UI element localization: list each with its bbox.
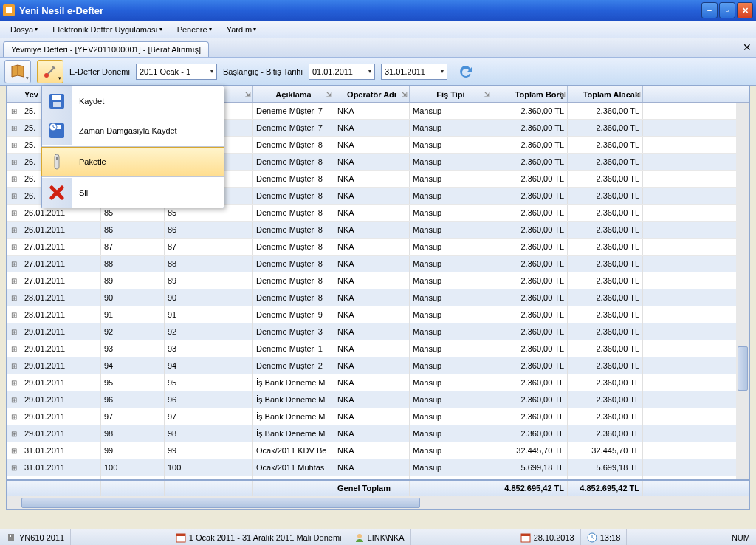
cell-alacak: 2.360,00 TL xyxy=(568,171,643,187)
cell-n: 93 xyxy=(101,340,165,357)
minimize-button[interactable]: − xyxy=(701,2,718,18)
maximize-button[interactable]: ▫ xyxy=(719,2,735,18)
cell-n: 91 xyxy=(101,306,165,323)
table-row[interactable]: ⊞31.01.20119999Ocak/2011 KDV BeNKAMahsup… xyxy=(7,442,749,459)
cell-operator: NKA xyxy=(334,154,410,170)
table-row[interactable]: ⊞29.01.20119797İş Bank Deneme MNKAMahsup… xyxy=(7,408,749,425)
toolbar: ▾ ▾ E-Defter Dönemi 2011 Ocak - 1▾ Başla… xyxy=(0,58,756,86)
col-alacak[interactable]: Toplam Alacak⇲ xyxy=(568,86,643,102)
donem-select[interactable]: 2011 Ocak - 1▾ xyxy=(136,64,217,80)
dropdown-paketle[interactable]: Paketle xyxy=(41,147,224,176)
expand-icon[interactable]: ⊞ xyxy=(7,103,21,119)
dropdown-zaman[interactable]: Zaman Damgasıyla Kaydet xyxy=(42,116,224,145)
vertical-scrollbar[interactable] xyxy=(736,103,749,479)
close-button[interactable]: ✕ xyxy=(737,2,753,18)
cell-operator: NKA xyxy=(334,171,410,187)
refresh-button[interactable] xyxy=(453,60,477,83)
expand-icon[interactable]: ⊞ xyxy=(7,188,21,204)
col-borc[interactable]: Toplam Borç⇲ xyxy=(492,86,568,102)
menu-elektronik[interactable]: Elektronik Defter Uygulaması▾ xyxy=(47,24,168,35)
tools-dropdown: Kaydet Zaman Damgasıyla Kaydet Paketle S… xyxy=(41,86,224,208)
table-row[interactable]: ⊞28.01.20119191Deneme Müşteri 9NKAMahsup… xyxy=(7,306,749,323)
expand-icon[interactable]: ⊞ xyxy=(7,272,21,289)
expand-icon[interactable]: ⊞ xyxy=(7,374,21,391)
dropdown-separator xyxy=(42,176,224,177)
cell-borc: 2.360,00 TL xyxy=(492,222,568,238)
expand-icon[interactable]: ⊞ xyxy=(7,442,21,459)
table-row[interactable]: ⊞27.01.20118888Deneme Müşteri 8NKAMahsup… xyxy=(7,256,749,272)
dropdown-kaydet[interactable]: Kaydet xyxy=(42,86,224,116)
svg-rect-9 xyxy=(56,157,58,160)
cell-fis: Mahsup xyxy=(410,442,492,459)
col-expand[interactable] xyxy=(7,86,21,102)
tools-button[interactable]: ▾ xyxy=(37,60,63,83)
expand-icon[interactable]: ⊞ xyxy=(7,340,21,357)
cell-aciklama: İş Bank Deneme M xyxy=(253,374,334,391)
cell-borc: 2.360,00 TL xyxy=(492,323,568,340)
col-operator[interactable]: Operatör Adı⇲ xyxy=(334,86,410,102)
horizontal-scrollbar[interactable] xyxy=(7,496,749,509)
table-row[interactable]: ⊞29.01.20119696İş Bank Deneme MNKAMahsup… xyxy=(7,391,749,408)
cell-n: 89 xyxy=(101,272,165,289)
menubar: Dosya▾ Elektronik Defter Uygulaması▾ Pen… xyxy=(0,21,756,38)
cell-borc: 2.360,00 TL xyxy=(492,272,568,289)
expand-icon[interactable]: ⊞ xyxy=(7,171,21,187)
table-row[interactable]: ⊞29.01.20119393Deneme Müşteri 1NKAMahsup… xyxy=(7,340,749,357)
cell-date: 27.01.2011 xyxy=(21,256,101,272)
cell-aciklama: Deneme Müşteri 8 xyxy=(253,256,334,272)
cell-date: 26.01.2011 xyxy=(21,222,101,238)
table-row[interactable]: ⊞29.01.20119595İş Bank Deneme MNKAMahsup… xyxy=(7,374,749,391)
book-button[interactable]: ▾ xyxy=(4,60,31,83)
cell-fis: Mahsup xyxy=(410,289,492,306)
expand-icon[interactable]: ⊞ xyxy=(7,137,21,153)
tab-close-button[interactable]: ✕ xyxy=(743,41,752,53)
menu-pencere[interactable]: Pencere▾ xyxy=(171,24,218,35)
cell-fis: Mahsup xyxy=(410,272,492,289)
expand-icon[interactable]: ⊞ xyxy=(7,205,21,221)
table-row[interactable]: ⊞26.01.20118686Deneme Müşteri 8NKAMahsup… xyxy=(7,222,749,239)
menu-dosya[interactable]: Dosya▾ xyxy=(4,24,44,35)
expand-icon[interactable]: ⊞ xyxy=(7,323,21,340)
dropdown-sil[interactable]: Sil xyxy=(42,178,224,208)
table-row[interactable]: ⊞27.01.20118989Deneme Müşteri 8NKAMahsup… xyxy=(7,272,749,289)
menu-yardim[interactable]: Yardım▾ xyxy=(221,24,263,35)
expand-icon[interactable]: ⊞ xyxy=(7,357,21,374)
expand-icon[interactable]: ⊞ xyxy=(7,459,21,476)
cell-fis: Mahsup xyxy=(410,171,492,187)
expand-icon[interactable]: ⊞ xyxy=(7,289,21,306)
expand-icon[interactable]: ⊞ xyxy=(7,239,21,255)
cell-operator: NKA xyxy=(334,120,410,136)
col-fis[interactable]: Fiş Tipi⇲ xyxy=(410,86,492,102)
cell-fis: Mahsup xyxy=(410,374,492,391)
table-row[interactable]: ⊞27.01.20118787Deneme Müşteri 8NKAMahsup… xyxy=(7,239,749,256)
table-row[interactable]: ⊞28.01.20119090Deneme Müşteri 8NKAMahsup… xyxy=(7,289,749,306)
cell-aciklama: Deneme Müşteri 8 xyxy=(253,205,334,221)
calendar-icon xyxy=(176,532,186,543)
expand-icon[interactable]: ⊞ xyxy=(7,256,21,272)
cell-operator: NKA xyxy=(334,374,410,391)
col-fill xyxy=(643,86,749,102)
expand-icon[interactable]: ⊞ xyxy=(7,306,21,323)
expand-icon[interactable]: ⊞ xyxy=(7,425,21,442)
footer-borc: 4.852.695,42 TL xyxy=(492,481,568,496)
cell-date: 29.01.2011 xyxy=(21,408,101,425)
date-to[interactable]: 31.01.2011▾ xyxy=(381,64,447,80)
cell-operator: NKA xyxy=(334,256,410,272)
cell-operator: NKA xyxy=(334,222,410,238)
tools-icon xyxy=(42,64,58,80)
cell-operator: NKA xyxy=(334,323,410,340)
tab-yevmiye[interactable]: Yevmiye Defteri - [YEV2011000001] - [Ber… xyxy=(3,41,209,57)
table-row[interactable]: ⊞29.01.20119494Deneme Müşteri 2NKAMahsup… xyxy=(7,357,749,374)
date-from[interactable]: 01.01.2011▾ xyxy=(309,64,375,80)
expand-icon[interactable]: ⊞ xyxy=(7,154,21,170)
expand-icon[interactable]: ⊞ xyxy=(7,120,21,136)
col-aciklama[interactable]: Açıklama⇲ xyxy=(253,86,334,102)
table-row[interactable]: ⊞29.01.20119898İş Bank Deneme MNKAMahsup… xyxy=(7,425,749,442)
expand-icon[interactable]: ⊞ xyxy=(7,408,21,425)
table-row[interactable]: ⊞29.01.20119292Deneme Müşteri 3NKAMahsup… xyxy=(7,323,749,340)
cell-alacak: 5.699,18 TL xyxy=(568,459,643,476)
expand-icon[interactable]: ⊞ xyxy=(7,222,21,238)
expand-icon[interactable]: ⊞ xyxy=(7,391,21,408)
table-row[interactable]: ⊞31.01.2011100100Ocak/2011 MuhtasNKAMahs… xyxy=(7,459,749,476)
cell-alacak: 2.360,00 TL xyxy=(568,103,643,119)
